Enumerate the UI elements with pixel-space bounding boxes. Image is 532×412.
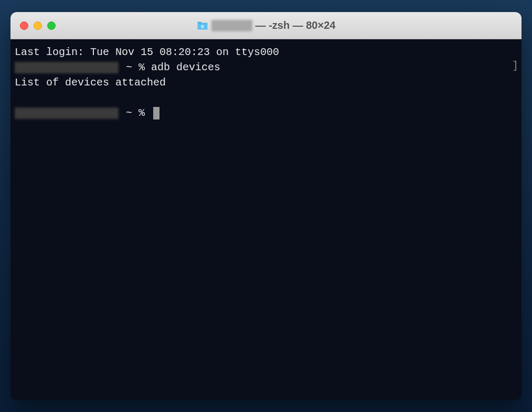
output-line-1: List of devices attached — [15, 75, 517, 90]
maximize-button[interactable] — [47, 21, 56, 30]
blank-line — [15, 90, 517, 105]
scroll-indicator: ] — [512, 58, 518, 73]
prompt-line-1: ~ % adb devices — [15, 60, 517, 75]
svg-point-1 — [201, 25, 204, 28]
prompt-suffix: ~ % — [120, 60, 151, 75]
last-login-text: Last login: Tue Nov 15 08:20:23 on ttys0… — [15, 45, 279, 60]
last-login-line: Last login: Tue Nov 15 08:20:23 on ttys0… — [15, 45, 517, 60]
folder-icon — [197, 21, 208, 30]
close-button[interactable] — [20, 21, 28, 30]
title-center: — -zsh — 80×24 — [10, 19, 522, 31]
command-text: adb devices — [151, 60, 220, 75]
prompt-line-2: ~ % — [15, 105, 517, 121]
minimize-button[interactable] — [34, 21, 42, 30]
traffic-lights — [10, 21, 56, 30]
cursor — [153, 107, 159, 120]
output-text: List of devices attached — [15, 75, 166, 90]
terminal-window: — -zsh — 80×24 ] Last login: Tue Nov 15 … — [10, 12, 522, 400]
title-redacted — [211, 20, 252, 31]
window-title: — -zsh — 80×24 — [256, 19, 336, 31]
titlebar: — -zsh — 80×24 — [10, 12, 522, 39]
terminal-body[interactable]: ] Last login: Tue Nov 15 08:20:23 on tty… — [10, 39, 522, 400]
svg-rect-0 — [198, 24, 207, 29]
prompt-suffix: ~ % — [120, 105, 151, 121]
hostname-redacted — [15, 62, 119, 73]
hostname-redacted — [15, 107, 119, 119]
